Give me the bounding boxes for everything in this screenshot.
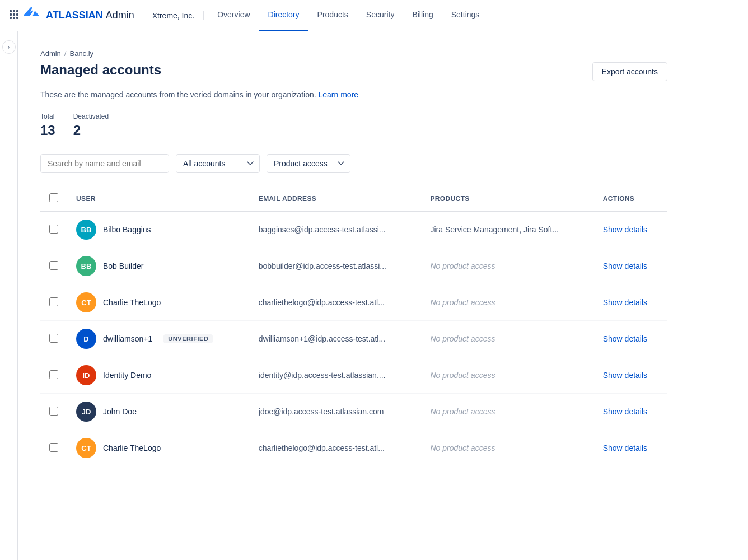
main-content: Admin / Banc.ly Managed accounts Export … xyxy=(18,31,690,560)
show-details-button[interactable]: Show details xyxy=(603,298,647,307)
select-all-header xyxy=(40,186,67,211)
products-cell: No product access xyxy=(421,321,593,357)
avatar: BB xyxy=(76,256,96,276)
user-name: Bob Builder xyxy=(103,262,143,270)
nav-security[interactable]: Security xyxy=(357,0,404,31)
svg-rect-5 xyxy=(16,13,18,16)
row-checkbox-cell xyxy=(40,248,67,284)
row-select-checkbox[interactable] xyxy=(49,225,58,234)
table-body: BBBilbo Bagginsbagginses@idp.access-test… xyxy=(40,211,667,466)
svg-rect-0 xyxy=(10,10,12,12)
products-cell: No product access xyxy=(421,430,593,466)
show-details-button[interactable]: Show details xyxy=(603,225,647,234)
app-title: ATLASSIAN Admin xyxy=(46,10,134,21)
nav-products[interactable]: Products xyxy=(308,0,357,31)
svg-rect-3 xyxy=(10,13,12,16)
row-checkbox-cell xyxy=(40,357,67,394)
nav-directory[interactable]: Directory xyxy=(259,0,308,31)
total-label: Total xyxy=(40,113,55,120)
nav-billing[interactable]: Billing xyxy=(403,0,442,31)
products-cell: No product access xyxy=(421,394,593,430)
page-description: These are the managed accounts from the … xyxy=(40,90,667,99)
user-cell: BBBob Builder xyxy=(67,248,250,284)
org-name[interactable]: Xtreme, Inc. xyxy=(143,11,204,20)
product-access-filter-select[interactable]: Product access xyxy=(267,154,350,173)
table-row: CTCharlie TheLogocharliethelogo@idp.acce… xyxy=(40,284,667,321)
row-checkbox-cell xyxy=(40,321,67,357)
table-row: Ddwilliamson+1UNVERIFIEDdwilliamson+1@id… xyxy=(40,321,667,357)
row-select-checkbox[interactable] xyxy=(49,297,58,306)
row-select-checkbox[interactable] xyxy=(49,334,58,343)
user-name: Bilbo Baggins xyxy=(103,225,151,234)
avatar: ID xyxy=(76,365,96,385)
avatar: JD xyxy=(76,402,96,422)
row-select-checkbox[interactable] xyxy=(49,370,58,379)
deactivated-label: Deactivated xyxy=(73,113,109,120)
row-select-checkbox[interactable] xyxy=(49,407,58,416)
show-details-button[interactable]: Show details xyxy=(603,444,647,452)
user-name: Charlie TheLogo xyxy=(103,444,161,452)
table-row: IDIdentity Demoidentity@idp.access-test.… xyxy=(40,357,667,394)
search-input[interactable] xyxy=(40,154,169,173)
email-cell: identity@idp.access-test.atlassian.... xyxy=(250,357,422,394)
products-column-header: Products xyxy=(421,186,593,211)
export-accounts-button[interactable]: Export accounts xyxy=(592,62,667,81)
user-column-header: User xyxy=(67,186,250,211)
breadcrumb-admin[interactable]: Admin xyxy=(40,49,61,58)
user-name: Identity Demo xyxy=(103,371,151,380)
email-cell: bobbuilder@idp.access-test.atlassi... xyxy=(250,248,422,284)
user-cell: CTCharlie TheLogo xyxy=(67,284,250,321)
user-cell: CTCharlie TheLogo xyxy=(67,430,250,466)
show-details-button[interactable]: Show details xyxy=(603,371,647,380)
action-cell: Show details xyxy=(594,248,667,284)
page-header: Managed accounts Export accounts xyxy=(40,62,667,81)
grid-icon[interactable] xyxy=(9,10,19,21)
email-cell: jdoe@idp.access-test.atlassian.com xyxy=(250,394,422,430)
row-checkbox-cell xyxy=(40,430,67,466)
email-column-header: Email address xyxy=(250,186,422,211)
show-details-button[interactable]: Show details xyxy=(603,262,647,270)
table-header: User Email address Products Actions xyxy=(40,186,667,211)
total-stat: Total 13 xyxy=(40,113,55,138)
accounts-filter-select[interactable]: All accounts xyxy=(176,154,260,173)
breadcrumb-current: Banc.ly xyxy=(69,49,94,58)
action-cell: Show details xyxy=(594,394,667,430)
unverified-badge: UNVERIFIED xyxy=(163,334,213,343)
row-select-checkbox[interactable] xyxy=(49,261,58,270)
nav-overview[interactable]: Overview xyxy=(208,0,259,31)
atlassian-logo: ATLASSIAN Admin xyxy=(24,7,134,25)
table-row: BBBob Builderbobbuilder@idp.access-test.… xyxy=(40,248,667,284)
deactivated-stat: Deactivated 2 xyxy=(73,113,109,138)
email-cell: charliethelogo@idp.access-test.atl... xyxy=(250,430,422,466)
nav-links: Overview Directory Products Security Bil… xyxy=(208,0,488,31)
user-cell: BBBilbo Baggins xyxy=(67,211,250,248)
products-cell: No product access xyxy=(421,248,593,284)
stats-section: Total 13 Deactivated 2 xyxy=(40,113,667,138)
email-cell: dwilliamson+1@idp.access-test.atl... xyxy=(250,321,422,357)
user-name: dwilliamson+1 xyxy=(103,334,152,343)
row-checkbox-cell xyxy=(40,394,67,430)
svg-rect-1 xyxy=(13,10,15,12)
action-cell: Show details xyxy=(594,284,667,321)
avatar: CT xyxy=(76,438,96,458)
learn-more-link[interactable]: Learn more xyxy=(319,90,359,99)
svg-rect-6 xyxy=(10,17,12,19)
breadcrumb: Admin / Banc.ly xyxy=(40,49,667,58)
svg-rect-8 xyxy=(16,17,18,19)
nav-settings[interactable]: Settings xyxy=(442,0,489,31)
user-cell: IDIdentity Demo xyxy=(67,357,250,394)
table-row: CTCharlie TheLogocharliethelogo@idp.acce… xyxy=(40,430,667,466)
show-details-button[interactable]: Show details xyxy=(603,407,647,416)
show-details-button[interactable]: Show details xyxy=(603,334,647,343)
sidebar-toggle-button[interactable]: › xyxy=(2,40,16,54)
user-cell: JDJohn Doe xyxy=(67,394,250,430)
avatar: BB xyxy=(76,220,96,240)
svg-rect-2 xyxy=(16,10,18,12)
svg-rect-4 xyxy=(13,13,15,16)
user-cell: Ddwilliamson+1UNVERIFIED xyxy=(67,321,250,357)
user-name: Charlie TheLogo xyxy=(103,298,161,307)
table-row: BBBilbo Bagginsbagginses@idp.access-test… xyxy=(40,211,667,248)
select-all-checkbox[interactable] xyxy=(49,193,58,202)
row-select-checkbox[interactable] xyxy=(49,443,58,452)
action-cell: Show details xyxy=(594,321,667,357)
